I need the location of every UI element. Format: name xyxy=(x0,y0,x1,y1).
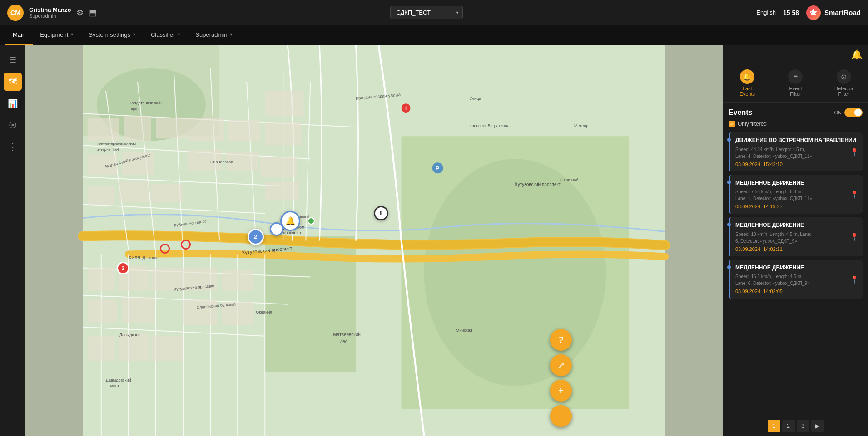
nav-item-superadmin[interactable]: Superadmin ▼ xyxy=(188,25,240,45)
svg-rect-36 xyxy=(228,120,260,141)
red-circle-marker[interactable] xyxy=(160,244,170,254)
events-toggle: ON xyxy=(834,108,863,117)
page-btn-2[interactable]: 2 xyxy=(782,420,795,432)
time-display: 15 58 xyxy=(783,9,799,16)
svg-text:Психоневрологический: Психоневрологический xyxy=(97,142,136,146)
sidebar-map[interactable]: 🗺 xyxy=(4,73,22,91)
red-circle-marker-2[interactable] xyxy=(181,240,191,250)
toggle-switch-button[interactable] xyxy=(844,108,863,117)
svg-text:проспект Багратиона: проспект Багратиона xyxy=(470,123,510,128)
svg-text:Парк Поб...: Парк Поб... xyxy=(560,178,582,182)
cluster-marker-icon[interactable]: 2 xyxy=(248,229,264,245)
svg-rect-45 xyxy=(119,334,149,361)
notification-bell-icon[interactable]: 🔔 xyxy=(851,49,863,60)
event-location-btn-1[interactable]: 📍 xyxy=(850,190,859,199)
event-location-btn-3[interactable]: 📍 xyxy=(850,275,859,284)
event-location-btn-0[interactable]: 📍 xyxy=(850,147,859,156)
right-panel: 🔔 🔔 LastEvents ≡ EventFilter ⊙ DetectorF… xyxy=(723,45,868,436)
only-filtered-checkbox[interactable]: ✓ xyxy=(729,121,735,127)
language-button[interactable]: English xyxy=(756,9,776,16)
map-svg: Кастанаевская улица Малая Филёвская улиц… xyxy=(25,45,723,436)
nav-item-classifier[interactable]: Classifier ▼ xyxy=(144,25,188,45)
toggle-label: ON xyxy=(834,110,842,115)
event-dot-1 xyxy=(727,181,731,184)
target-marker-8[interactable]: 8 xyxy=(374,206,388,220)
tab-event-filter[interactable]: ≡ EventFilter xyxy=(771,68,819,98)
red-circle-2-icon[interactable] xyxy=(181,240,191,250)
brand-logo: 🛣 xyxy=(806,5,821,20)
event-dot-0 xyxy=(727,138,731,142)
event-time-1: 03.09.2024, 14:19:27 xyxy=(735,204,857,209)
svg-rect-53 xyxy=(260,157,297,177)
fab-container: ? ⤢ + − xyxy=(550,329,572,427)
svg-text:Давыдовский: Давыдовский xyxy=(106,378,131,382)
event-item-2[interactable]: МЕДЛЕННОЕ ДВИЖЕНИЕ Speed: 18 km/h, Lengt… xyxy=(729,217,863,256)
map-area[interactable]: Кастанаевская улица Малая Филёвская улиц… xyxy=(25,45,723,436)
export-icon[interactable]: ⬒ xyxy=(89,8,97,18)
brand-name: SmartRoad xyxy=(824,9,861,16)
svg-rect-29 xyxy=(156,118,190,138)
event-item-1[interactable]: МЕДЛЕННОЕ ДВИЖЕНИЕ Speed: 7.56 km/h, Len… xyxy=(729,175,863,214)
chevron-down-icon-3: ▼ xyxy=(177,32,181,37)
left-sidebar: ☰ 🗺 📊 ⦿ ⋮ xyxy=(0,45,25,436)
chevron-down-icon-4: ▼ xyxy=(229,32,233,37)
svg-rect-46 xyxy=(151,336,183,361)
settings-icon[interactable]: ⚙ xyxy=(76,8,84,18)
tab-last-events[interactable]: 🔔 LastEvents xyxy=(723,68,771,98)
page-btn-3[interactable]: 3 xyxy=(797,420,809,432)
event-dot-3 xyxy=(727,265,731,269)
nav-item-main[interactable]: Main xyxy=(5,25,33,45)
bell-marker-icon[interactable]: 🔔 xyxy=(280,211,300,231)
nav-item-system-settings[interactable]: System settings ▼ xyxy=(81,25,144,45)
top-bar: CM Cristina Manzo Superadmin ⚙ ⬒ СДКП_ТЕ… xyxy=(0,0,868,25)
zoom-in-fab[interactable]: + xyxy=(550,380,572,402)
bell-marker[interactable]: 🔔 xyxy=(280,211,300,231)
brand: 🛣 SmartRoad xyxy=(806,5,861,20)
red-circle-icon[interactable] xyxy=(160,244,170,254)
white-dot-icon[interactable] xyxy=(270,222,283,236)
event-item-3[interactable]: МЕДЛЕННОЕ ДВИЖЕНИЕ Speed: 16.2 km/h, Len… xyxy=(729,260,863,299)
svg-text:Давыдково: Давыдково xyxy=(119,333,140,337)
red-cluster-2[interactable]: 2 xyxy=(117,262,129,274)
red-cluster-icon[interactable]: 2 xyxy=(117,262,129,274)
chevron-down-icon-2: ▼ xyxy=(132,32,136,37)
move-fab[interactable]: ⤢ xyxy=(550,354,572,376)
svg-rect-39 xyxy=(88,268,115,291)
svg-rect-33 xyxy=(119,181,149,202)
svg-rect-44 xyxy=(88,336,115,361)
sidebar-chart[interactable]: 📊 xyxy=(4,94,22,113)
svg-point-4 xyxy=(424,159,606,386)
project-dropdown[interactable]: СДКП_ТЕСТ xyxy=(390,6,463,19)
svg-text:парк: парк xyxy=(129,106,137,111)
zoom-out-fab[interactable]: − xyxy=(550,405,572,427)
svg-rect-27 xyxy=(88,118,119,141)
help-fab[interactable]: ? xyxy=(550,329,572,351)
page-btn-1[interactable]: 1 xyxy=(768,420,780,432)
green-dot-marker[interactable] xyxy=(308,217,315,225)
event-item-0[interactable]: ДВИЖЕНИЕ ВО ВСТРЕЧНОМ НАПРАВЛЕНИИ Speed:… xyxy=(729,132,863,171)
tab-detector-filter[interactable]: ⊙ DetectorFilter xyxy=(820,68,868,98)
event-location-btn-2[interactable]: 📍 xyxy=(850,232,859,241)
page-next-btn[interactable]: ▶ xyxy=(811,420,824,432)
svg-rect-42 xyxy=(88,300,117,323)
svg-text:Минская: Минская xyxy=(456,328,472,333)
sidebar-hamburger[interactable]: ☰ xyxy=(4,51,22,69)
target-8-icon[interactable]: 8 xyxy=(374,206,388,220)
svg-text:мост: мост xyxy=(110,383,119,388)
nav-item-equipment[interactable]: Equipment ▼ xyxy=(33,25,81,45)
event-time-0: 03.09.2024, 15:42:10 xyxy=(735,162,857,167)
events-section: Events ON ✓ Only filtered ДВИЖЕНИЕ ВО ВС… xyxy=(723,103,868,416)
cluster-marker-2[interactable]: 2 xyxy=(248,229,264,245)
white-dot-marker[interactable] xyxy=(270,222,283,236)
event-details-2: Speed: 18 km/h, Length: 4.5 m, Lane:6, D… xyxy=(735,231,857,245)
sidebar-network[interactable]: ⋮ xyxy=(4,138,22,156)
panel-tabs: 🔔 LastEvents ≡ EventFilter ⊙ DetectorFil… xyxy=(723,64,868,103)
svg-text:Кутузовский проспект: Кутузовский проспект xyxy=(515,182,561,187)
project-dropdown-wrapper: СДКП_ТЕСТ xyxy=(390,6,463,19)
event-title-1: МЕДЛЕННОЕ ДВИЖЕНИЕ xyxy=(735,180,857,187)
last-events-icon: 🔔 xyxy=(740,69,754,84)
svg-text:лес: лес xyxy=(340,339,347,344)
event-filter-icon: ≡ xyxy=(788,69,803,84)
sidebar-camera[interactable]: ⦿ xyxy=(4,116,22,134)
green-dot-icon[interactable] xyxy=(308,217,315,225)
